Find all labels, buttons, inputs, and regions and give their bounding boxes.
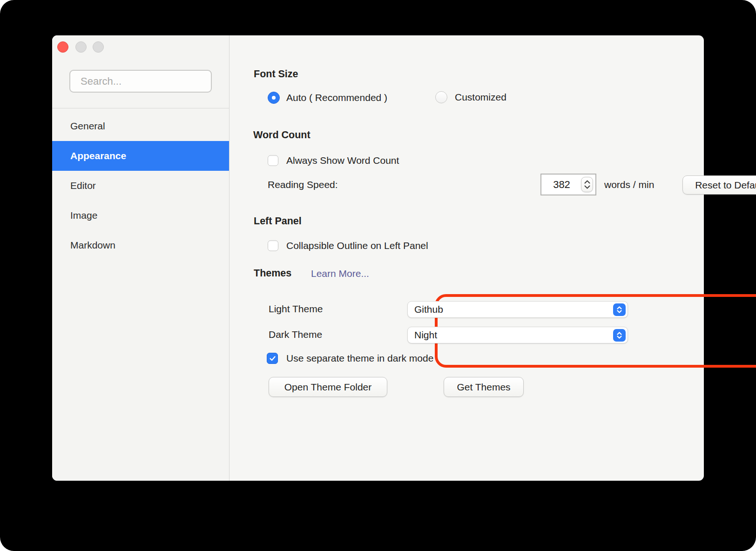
reset-to-default-label: Reset to Default: [683, 180, 756, 191]
search-input[interactable]: [69, 70, 212, 93]
open-theme-folder-button[interactable]: Open Theme Folder: [269, 377, 387, 397]
reading-speed-field[interactable]: 382: [540, 174, 596, 195]
sidebar-item-image[interactable]: Image: [52, 201, 229, 230]
light-theme-select[interactable]: Github: [407, 301, 628, 318]
learn-more-link[interactable]: Learn More...: [311, 268, 369, 279]
words-per-min-label: words / min: [604, 179, 654, 190]
word-count-heading: Word Count: [253, 129, 310, 141]
themes-heading: Themes: [254, 268, 291, 279]
font-size-heading: Font Size: [254, 68, 298, 80]
select-chevrons-icon: [613, 329, 626, 342]
select-chevrons-icon: [613, 303, 626, 316]
reading-speed-stepper[interactable]: [581, 177, 593, 192]
reading-speed-value: 382: [541, 179, 581, 191]
light-theme-label: Light Theme: [269, 303, 323, 315]
content-pane: Font Size Auto ( Recommended ) Customize…: [230, 35, 704, 481]
zoom-button[interactable]: [93, 41, 104, 53]
sidebar-divider: [52, 108, 230, 108]
close-button[interactable]: [57, 41, 68, 53]
customized-font-radio[interactable]: [435, 91, 447, 103]
sidebar-list: General Appearance Editor Image Markdown: [52, 111, 229, 260]
reset-to-default-button[interactable]: Reset to Default: [682, 175, 756, 195]
stepper-up-icon: [584, 180, 590, 184]
dark-theme-select[interactable]: Night: [407, 327, 628, 343]
separate-dark-theme-checkbox[interactable]: [267, 353, 278, 364]
screenshot-canvas: General Appearance Editor Image Markdown…: [0, 0, 756, 551]
get-themes-button[interactable]: Get Themes: [444, 377, 524, 397]
dark-theme-label: Dark Theme: [269, 329, 322, 340]
sidebar-item-markdown[interactable]: Markdown: [52, 230, 229, 260]
checkmark-icon: [269, 356, 276, 362]
reading-speed-label: Reading Speed:: [268, 179, 338, 190]
sidebar-item-appearance[interactable]: Appearance: [52, 141, 229, 171]
always-show-word-count-checkbox[interactable]: [268, 155, 278, 166]
auto-font-label: Auto ( Recommended ): [286, 92, 387, 103]
always-show-word-count-label: Always Show Word Count: [286, 155, 399, 166]
separate-dark-theme-label: Use separate theme in dark mode: [286, 353, 433, 364]
left-panel-heading: Left Panel: [254, 215, 302, 227]
collapsible-outline-label: Collapsible Outline on Left Panel: [286, 240, 428, 251]
customized-font-label: Customized: [455, 92, 506, 103]
auto-font-radio[interactable]: [268, 92, 280, 104]
collapsible-outline-checkbox[interactable]: [268, 241, 278, 251]
dark-theme-value: Night: [414, 329, 437, 341]
light-theme-value: Github: [414, 304, 443, 315]
minimize-button[interactable]: [75, 41, 87, 53]
preferences-window: General Appearance Editor Image Markdown…: [52, 35, 704, 481]
sidebar: General Appearance Editor Image Markdown: [52, 35, 230, 481]
sidebar-item-general[interactable]: General: [52, 111, 229, 141]
stepper-down-icon: [584, 185, 590, 189]
sidebar-item-editor[interactable]: Editor: [52, 171, 229, 201]
